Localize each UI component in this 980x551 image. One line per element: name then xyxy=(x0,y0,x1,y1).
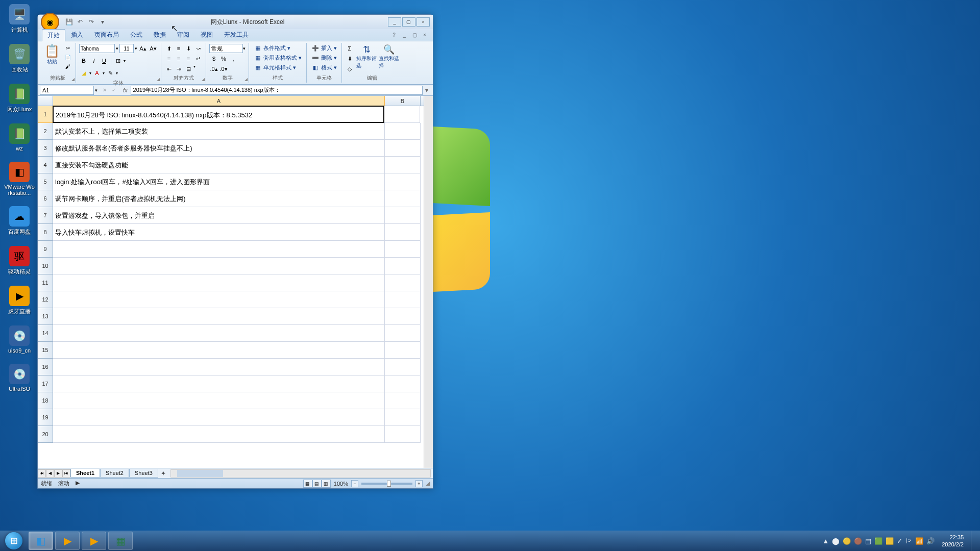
align-middle-icon[interactable]: ≡ xyxy=(174,44,183,53)
merge-cells-icon[interactable]: ⊟ xyxy=(184,64,193,73)
cancel-formula-icon[interactable]: ✕ xyxy=(100,86,109,94)
copy-icon[interactable]: 📄 xyxy=(63,53,72,61)
column-header-A[interactable]: A xyxy=(53,96,385,106)
shrink-font-icon[interactable]: A▾ xyxy=(149,44,158,53)
zoom-slider[interactable] xyxy=(361,483,412,485)
cell-B4[interactable] xyxy=(385,157,421,173)
ribbon-tab-5[interactable]: 审阅 xyxy=(172,29,195,41)
align-left-icon[interactable]: ≡ xyxy=(164,54,174,63)
desktop-icon-file-wz[interactable]: 📗wz xyxy=(4,123,35,152)
tray-icon-7[interactable]: ✓ xyxy=(897,537,902,545)
cell-A6[interactable]: 调节网卡顺序，并重启(否者虚拟机无法上网) xyxy=(53,190,385,207)
border-icon[interactable]: ⊞ xyxy=(113,56,122,65)
cell-B10[interactable] xyxy=(385,258,421,274)
ribbon-tab-7[interactable]: 开发工具 xyxy=(218,29,254,41)
cell-A20[interactable] xyxy=(53,426,385,443)
font-color-icon[interactable]: A xyxy=(92,68,102,78)
horizontal-scrollbar[interactable] xyxy=(170,469,431,478)
ribbon-tab-4[interactable]: 数据 xyxy=(148,29,172,41)
desktop-icon-file-1[interactable]: 📗网众Liunx xyxy=(4,84,35,113)
table-format-button[interactable]: ▦ 套用表格格式 ▾ xyxy=(252,54,303,62)
save-icon[interactable]: 💾 xyxy=(64,17,74,27)
decrease-decimal-icon[interactable]: .0▾ xyxy=(219,64,228,73)
autosum-icon[interactable]: Σ xyxy=(345,44,354,53)
cell-styles-button[interactable]: ▦ 单元格样式 ▾ xyxy=(252,63,303,72)
row-header-14[interactable]: 14 xyxy=(38,325,53,342)
page-break-view-icon[interactable]: ▥ xyxy=(322,480,331,488)
cell-B15[interactable] xyxy=(385,342,421,359)
cell-B5[interactable] xyxy=(385,173,421,190)
cell-A3[interactable]: 修改默认服务器名(否者多服务器快车挂盘不上) xyxy=(53,140,385,157)
cell-B13[interactable] xyxy=(385,308,421,325)
conditional-format-button[interactable]: ▦ 条件格式 ▾ xyxy=(252,44,303,53)
sheet-tab-Sheet1[interactable]: Sheet1 xyxy=(70,469,100,478)
row-header-17[interactable]: 17 xyxy=(38,375,53,392)
cell-B17[interactable] xyxy=(385,375,421,392)
row-header-8[interactable]: 8 xyxy=(38,224,53,241)
zoom-level[interactable]: 100% xyxy=(334,481,348,487)
font-launcher-icon[interactable]: ◢ xyxy=(157,77,160,82)
undo-icon[interactable]: ↶ xyxy=(76,17,85,27)
format-cells-button[interactable]: ◧ 格式 ▾ xyxy=(310,63,338,72)
row-header-10[interactable]: 10 xyxy=(38,258,53,274)
insert-cells-button[interactable]: ➕ 插入 ▾ xyxy=(310,44,338,53)
workbook-restore-icon[interactable]: ▢ xyxy=(410,31,419,39)
column-header-B[interactable]: B xyxy=(385,96,421,106)
name-box[interactable] xyxy=(40,86,94,95)
help-icon[interactable]: ? xyxy=(390,31,398,39)
ribbon-minimize-icon[interactable]: _ xyxy=(400,31,408,39)
percent-icon[interactable]: % xyxy=(219,54,228,63)
status-macro-icon[interactable]: ▶ xyxy=(76,480,80,487)
cell-A11[interactable] xyxy=(53,274,385,291)
show-desktop-button[interactable] xyxy=(971,531,977,551)
enter-formula-icon[interactable]: ✓ xyxy=(109,86,118,94)
sheet-tab-Sheet3[interactable]: Sheet3 xyxy=(129,469,158,478)
desktop-icon-driver[interactable]: 驱驱动精灵 xyxy=(4,246,35,276)
alignment-launcher-icon[interactable]: ◢ xyxy=(202,77,205,82)
tray-icon-3[interactable]: 🟤 xyxy=(854,537,862,545)
cell-A7[interactable]: 设置游戏盘，导入镜像包，并重启 xyxy=(53,207,385,224)
row-header-4[interactable]: 4 xyxy=(38,157,53,173)
cell-B1[interactable] xyxy=(384,106,420,123)
cell-B9[interactable] xyxy=(385,241,421,258)
row-header-15[interactable]: 15 xyxy=(38,342,53,359)
tray-icon-1[interactable]: ⬤ xyxy=(832,537,840,545)
tab-nav-last-icon[interactable]: ⏭ xyxy=(62,469,70,478)
zoom-out-button[interactable]: − xyxy=(351,480,358,487)
desktop-icon-baidu-pan[interactable]: ☁百度网盘 xyxy=(4,206,35,236)
underline-button[interactable]: U xyxy=(100,56,109,65)
titlebar[interactable]: ◉ 💾 ↶ ↷ ▾ 网众Liunx - Microsoft Excel _ ▢ … xyxy=(38,15,433,29)
paste-button[interactable]: 📋 粘贴 xyxy=(43,44,61,73)
ribbon-tab-1[interactable]: 插入 xyxy=(65,29,89,41)
expand-formula-bar-icon[interactable]: ▾ xyxy=(423,87,431,94)
number-launcher-icon[interactable]: ◢ xyxy=(244,77,248,82)
desktop-icon-vmware[interactable]: ◧VMware Workstatio... xyxy=(4,162,35,196)
tray-icon-2[interactable]: 🟡 xyxy=(843,537,851,545)
fill-icon[interactable]: ⬇ xyxy=(345,54,354,63)
row-header-3[interactable]: 3 xyxy=(38,140,53,157)
row-header-12[interactable]: 12 xyxy=(38,291,53,308)
tab-nav-first-icon[interactable]: ⏮ xyxy=(38,469,46,478)
align-top-icon[interactable]: ⬆ xyxy=(164,44,174,53)
taskbar-clock[interactable]: 22:35 2020/2/2 xyxy=(938,534,968,548)
row-header-7[interactable]: 7 xyxy=(38,207,53,224)
row-header-16[interactable]: 16 xyxy=(38,359,53,375)
orientation-icon[interactable]: ⤻ xyxy=(193,44,203,53)
row-header-18[interactable]: 18 xyxy=(38,392,53,409)
workbook-close-icon[interactable]: × xyxy=(421,31,429,39)
cell-B20[interactable] xyxy=(385,426,421,443)
cell-A1[interactable]: 2019年10月28号 ISO: linux-8.0.4540(4.14.138… xyxy=(53,106,384,123)
row-header-5[interactable]: 5 xyxy=(38,173,53,190)
tray-icon-5[interactable]: 🟩 xyxy=(874,537,883,545)
row-header-11[interactable]: 11 xyxy=(38,274,53,291)
tray-volume-icon[interactable]: 🔊 xyxy=(926,537,935,545)
formula-input[interactable] xyxy=(131,86,423,95)
cell-B12[interactable] xyxy=(385,291,421,308)
desktop-icon-ultraiso[interactable]: 💿UltraISO xyxy=(4,364,35,392)
sort-filter-button[interactable]: ⇅ 排序和筛选 xyxy=(356,44,377,73)
align-center-icon[interactable]: ≡ xyxy=(174,54,183,63)
clipboard-launcher-icon[interactable]: ◢ xyxy=(71,77,75,82)
number-format-select[interactable] xyxy=(209,44,243,53)
cell-B16[interactable] xyxy=(385,359,421,375)
desktop-icon-uiso[interactable]: 💿uiso9_cn xyxy=(4,325,35,354)
